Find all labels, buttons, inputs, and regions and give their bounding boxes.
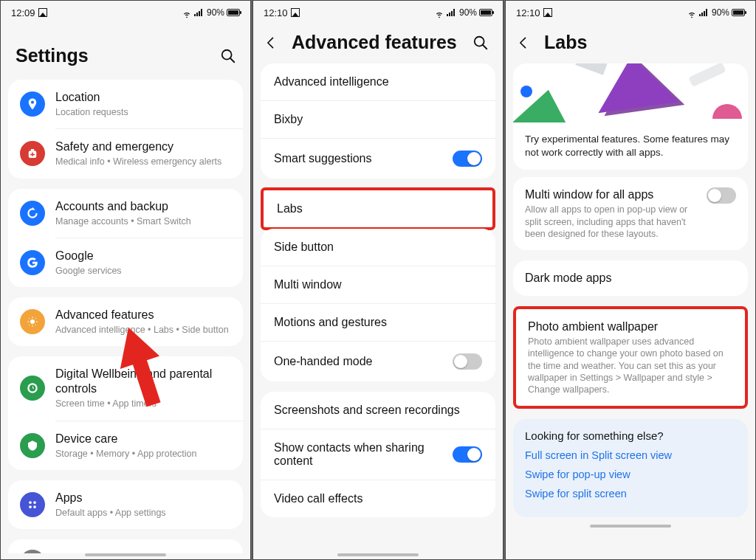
device-icon [20, 433, 45, 458]
row-title: Multi window [274, 278, 482, 291]
row-title: Video call effects [274, 492, 482, 505]
search-icon [220, 48, 236, 64]
row-title: Device care [55, 432, 231, 446]
svg-line-1 [230, 58, 235, 62]
settings-row-wellbeing[interactable]: Digital Wellbeing and parental controlsS… [8, 356, 243, 420]
toggle[interactable] [453, 353, 482, 370]
status-bar: 12:10 90% [253, 1, 503, 24]
signal-icon [447, 9, 457, 16]
row-subtitle: Advanced intelligence • Labs • Side butt… [55, 324, 231, 336]
svg-marker-6 [32, 207, 35, 210]
status-time: 12:10 [264, 7, 288, 18]
settings-row-accounts[interactable]: Accounts and backupManage accounts • Sma… [8, 189, 243, 238]
row-subtitle: Allow all apps to open in pop-up view or… [525, 204, 696, 240]
settings-row-advanced[interactable]: Advanced featuresAdvanced intelligence •… [8, 297, 243, 346]
settings-row-general[interactable]: General management [8, 539, 243, 553]
page-title: Advanced features [292, 32, 460, 53]
feature-row[interactable]: Advanced intelligence [261, 63, 495, 100]
row-title: Smart suggestions [274, 152, 453, 165]
apps-icon [20, 492, 45, 517]
row-title: Multi window for all apps [525, 187, 696, 202]
page-title: Settings [16, 45, 207, 66]
nav-bar[interactable] [253, 553, 503, 559]
battery-percent: 90% [459, 7, 477, 18]
link-swipe-split[interactable]: Swipe for split screen [525, 488, 736, 499]
settings-list: LocationLocation requestsSafety and emer… [1, 80, 250, 553]
nav-bar[interactable] [1, 553, 250, 559]
row-subtitle: Medical info • Wireless emergency alerts [55, 156, 231, 167]
status-time: 12:09 [11, 7, 35, 18]
settings-row-device[interactable]: Device careStorage • Memory • App protec… [8, 421, 243, 470]
labs-intro-text: Try experimental features. Some features… [513, 122, 748, 159]
feature-row[interactable]: Motions and gestures [261, 304, 495, 341]
row-title: Advanced features [55, 308, 231, 322]
feature-row[interactable]: One-handed mode [261, 342, 495, 381]
status-bar: 12:09 90% [1, 1, 250, 24]
chevron-left-icon [264, 35, 278, 50]
feature-row[interactable]: Labs [264, 190, 492, 227]
search-button[interactable] [218, 46, 238, 66]
row-title: Safety and emergency [55, 139, 231, 154]
settings-group: LocationLocation requestsSafety and emer… [8, 80, 243, 179]
settings-group: General management [8, 539, 243, 553]
feature-row[interactable]: Screenshots and screen recordings [261, 392, 495, 429]
location-icon [20, 91, 45, 117]
toggle[interactable] [707, 187, 736, 204]
labs-row[interactable]: Multi window for all appsAllow all apps … [513, 177, 748, 250]
labs-row[interactable]: Dark mode apps [513, 260, 748, 296]
status-time: 12:10 [516, 7, 540, 18]
safety-icon [20, 141, 45, 166]
toggle[interactable] [453, 151, 482, 167]
signal-icon [194, 9, 205, 16]
screenshot-icon [38, 8, 47, 17]
screenshot-icon [291, 8, 300, 17]
nav-bar[interactable] [506, 525, 755, 530]
row-title: Advanced intelligence [274, 75, 482, 89]
feature-row[interactable]: Bixby [261, 101, 495, 138]
back-button[interactable] [261, 32, 281, 53]
chevron-left-icon [516, 35, 531, 50]
svg-point-7 [30, 319, 35, 324]
header: Settings [1, 24, 250, 80]
labs-row[interactable]: Photo ambient wallpaperPhoto ambient wal… [513, 306, 748, 409]
row-subtitle: Manage accounts • Smart Switch [55, 215, 231, 227]
accounts-icon [20, 201, 45, 226]
advanced-features-screen: 12:10 90% Advanced features Advanced int… [252, 0, 504, 560]
row-title: One-handed mode [274, 355, 453, 368]
svg-point-11 [33, 501, 36, 504]
row-title: Labs [277, 202, 479, 215]
settings-group: Digital Wellbeing and parental controlsS… [8, 356, 243, 470]
settings-row-safety[interactable]: Safety and emergencyMedical info • Wirel… [8, 129, 243, 178]
row-subtitle: Photo ambient wallpaper uses advanced in… [528, 336, 733, 395]
feature-row[interactable]: Multi window [261, 266, 495, 303]
feature-row[interactable]: Smart suggestions [261, 139, 495, 179]
screenshot-icon [543, 8, 552, 17]
link-swipe-popup[interactable]: Swipe for pop-up view [525, 469, 736, 480]
row-title: Dark mode apps [525, 271, 736, 286]
feature-row[interactable]: Side button [261, 229, 495, 266]
feature-group: Advanced intelligenceBixbySmart suggesti… [261, 63, 495, 179]
svg-point-13 [33, 505, 36, 508]
row-subtitle: Storage • Memory • App protection [55, 448, 231, 460]
row-subtitle: Location requests [55, 106, 231, 118]
battery-icon [227, 9, 240, 16]
row-title: Location [55, 90, 231, 105]
search-button[interactable] [470, 32, 491, 53]
feature-row[interactable]: Video call effects [261, 480, 495, 517]
svg-rect-5 [30, 154, 35, 156]
toggle[interactable] [453, 446, 482, 463]
feature-row[interactable]: Show contacts when sharing content [261, 429, 495, 480]
looking-for-heading: Looking for something else? [525, 429, 736, 442]
back-button[interactable] [513, 32, 534, 53]
settings-row-apps[interactable]: AppsDefault apps • App settings [8, 480, 243, 529]
row-title: Screenshots and screen recordings [274, 404, 482, 417]
header: Advanced features [253, 24, 503, 63]
wifi-icon [434, 9, 444, 16]
feature-group: Side buttonMulti windowMotions and gestu… [261, 229, 495, 381]
row-title: Photo ambient wallpaper [528, 319, 733, 334]
settings-row-google[interactable]: GoogleGoogle services [8, 238, 243, 287]
row-subtitle: Default apps • App settings [55, 507, 231, 519]
link-full-screen-split[interactable]: Full screen in Split screen view [525, 449, 736, 461]
row-subtitle: Screen time • App timers [55, 398, 231, 409]
settings-row-location[interactable]: LocationLocation requests [8, 80, 243, 128]
